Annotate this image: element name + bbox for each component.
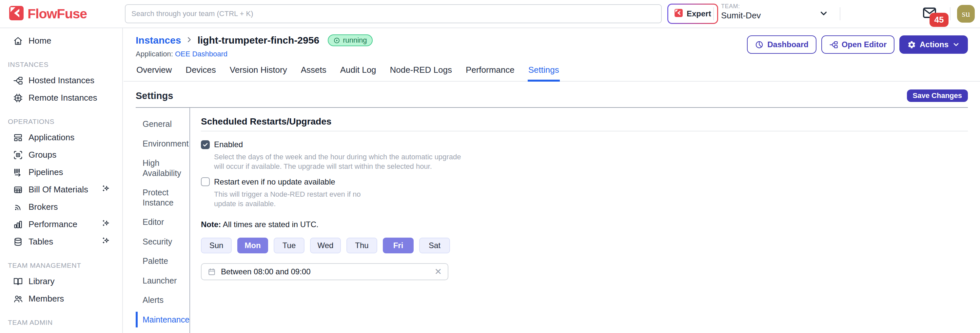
sidebar-item-label: Members (29, 294, 64, 304)
sidebar-item-label: Home (29, 36, 51, 46)
day-button-tue[interactable]: Tue (274, 237, 304, 253)
sidebar-item-members[interactable]: Members (0, 290, 122, 308)
expert-label: Expert (687, 9, 711, 18)
library-icon (13, 277, 23, 287)
team-selector[interactable]: TEAM: Sumit-Dev (721, 3, 761, 21)
subnav-protect-instance[interactable]: Protect Instance (136, 188, 189, 207)
subnav-security[interactable]: Security (136, 237, 189, 247)
sidebar-item-groups[interactable]: Groups (0, 146, 122, 164)
subnav-launcher[interactable]: Launcher (136, 276, 189, 286)
restart-checkbox[interactable] (201, 177, 210, 186)
enabled-checkbox-label[interactable]: Enabled (214, 140, 243, 149)
time-window-value: Between 08:00 and 09:00 (221, 267, 311, 276)
restart-description: This will trigger a Node-RED restart eve… (214, 190, 378, 209)
home-icon (13, 36, 23, 46)
expert-button[interactable]: Expert (667, 3, 718, 24)
instance-name: light-trumpeter-finch-2956 (197, 35, 319, 46)
chevron-down-icon[interactable] (819, 8, 829, 20)
subnav-general[interactable]: General (136, 119, 189, 129)
avatar[interactable]: su (957, 5, 975, 22)
instance-tabs: Overview Devices Version History Assets … (124, 63, 980, 81)
sidebar-item-hosted-instances[interactable]: Hosted Instances (0, 72, 122, 89)
subnav-alerts[interactable]: Alerts (136, 295, 189, 305)
open-editor-button-label: Open Editor (842, 40, 886, 49)
dashboard-button[interactable]: Dashboard (747, 35, 816, 54)
day-selector: Sun Mon Tue Wed Thu Fri Sat (201, 237, 968, 253)
open-editor-button[interactable]: Open Editor (821, 35, 894, 54)
time-window-select[interactable]: Between 08:00 and 09:00 ✕ (201, 263, 449, 280)
sidebar-item-remote-instances[interactable]: Remote Instances (0, 89, 122, 107)
settings-body: General Environment High Availability Pr… (136, 108, 968, 333)
save-changes-button[interactable]: Save Changes (907, 89, 968, 102)
sidebar-item-library[interactable]: Library (0, 273, 122, 290)
sidebar-item-pipelines[interactable]: Pipelines (0, 164, 122, 181)
hosted-instances-icon (13, 76, 23, 86)
bill-of-materials-icon (13, 185, 23, 195)
maintenance-form: Scheduled Restarts/Upgrades Enabled Sele… (190, 108, 968, 333)
day-button-thu[interactable]: Thu (347, 237, 377, 253)
dashboard-button-label: Dashboard (767, 40, 808, 49)
chevron-right-icon (186, 36, 193, 45)
note-text: All times are stated in UTC. (223, 220, 318, 229)
sidebar-item-label: Performance (29, 219, 77, 229)
sparkle-icon (101, 236, 110, 247)
tab-version-history[interactable]: Version History (229, 63, 288, 81)
day-button-mon[interactable]: Mon (237, 237, 268, 253)
sidebar-item-label: Bill Of Materials (29, 185, 88, 195)
subnav-editor[interactable]: Editor (136, 217, 189, 227)
sidebar: Home INSTANCES Hosted Instances Remote I… (0, 28, 123, 333)
sidebar-item-bill-of-materials[interactable]: Bill Of Materials (0, 181, 122, 198)
sidebar-item-applications[interactable]: Applications (0, 129, 122, 146)
day-button-sat[interactable]: Sat (419, 237, 450, 253)
tab-assets[interactable]: Assets (300, 63, 327, 81)
tab-devices[interactable]: Devices (185, 63, 216, 81)
tab-overview[interactable]: Overview (136, 63, 172, 81)
enabled-description: Select the days of the week and the hour… (214, 152, 470, 171)
node-editor-icon (829, 40, 838, 49)
breadcrumb-instances-link[interactable]: Instances (136, 35, 181, 46)
subnav-palette[interactable]: Palette (136, 256, 189, 266)
notification-count-badge[interactable]: 45 (929, 13, 948, 27)
tab-audit-log[interactable]: Audit Log (340, 63, 377, 81)
sidebar-item-brokers[interactable]: Brokers (0, 198, 122, 216)
expert-logo-icon (674, 8, 683, 19)
sidebar-item-label: Applications (29, 132, 75, 143)
day-button-sun[interactable]: Sun (201, 237, 232, 253)
status-text: running (343, 36, 367, 45)
performance-icon (13, 220, 23, 229)
subnav-maintenance[interactable]: Maintenance (136, 315, 189, 325)
tab-node-red-logs[interactable]: Node-RED Logs (390, 63, 453, 81)
section-divider (201, 131, 968, 131)
application-link[interactable]: OEE Dashboard (175, 50, 228, 58)
sidebar-section-team-admin: TEAM ADMIN (0, 319, 122, 327)
pie-chart-icon (755, 40, 764, 49)
sidebar-item-label: Groups (29, 150, 56, 160)
sparkle-icon (101, 184, 110, 195)
tab-settings[interactable]: Settings (528, 63, 560, 81)
sidebar-item-home[interactable]: Home (0, 32, 122, 49)
sidebar-item-label: Library (29, 276, 54, 287)
groups-icon (13, 150, 23, 160)
status-badge: running (328, 34, 372, 46)
tables-icon (13, 237, 23, 247)
day-button-fri[interactable]: Fri (383, 237, 414, 253)
top-bar: FlowFuse Expert TEAM: Sumit-Dev 45 su (0, 0, 980, 28)
flowfuse-logo-icon (8, 5, 24, 22)
page-title: Settings (136, 91, 173, 101)
actions-button[interactable]: Actions (899, 35, 968, 54)
tab-performance[interactable]: Performance (465, 63, 515, 81)
subnav-high-availability[interactable]: High Availability (136, 158, 189, 178)
restart-checkbox-label[interactable]: Restart even if no update available (214, 177, 335, 186)
flowfuse-logo: FlowFuse (8, 5, 87, 22)
play-circle-icon (333, 37, 340, 44)
subnav-environment[interactable]: Environment (136, 139, 189, 149)
sidebar-item-tables[interactable]: Tables (0, 233, 122, 250)
brokers-icon (13, 202, 23, 212)
search-input[interactable] (125, 4, 662, 23)
day-button-wed[interactable]: Wed (310, 237, 341, 253)
clear-time-icon[interactable]: ✕ (434, 266, 442, 277)
actions-button-label: Actions (920, 40, 948, 49)
enabled-checkbox[interactable] (201, 140, 210, 149)
sidebar-item-performance[interactable]: Performance (0, 216, 122, 233)
sparkle-icon (101, 218, 110, 230)
